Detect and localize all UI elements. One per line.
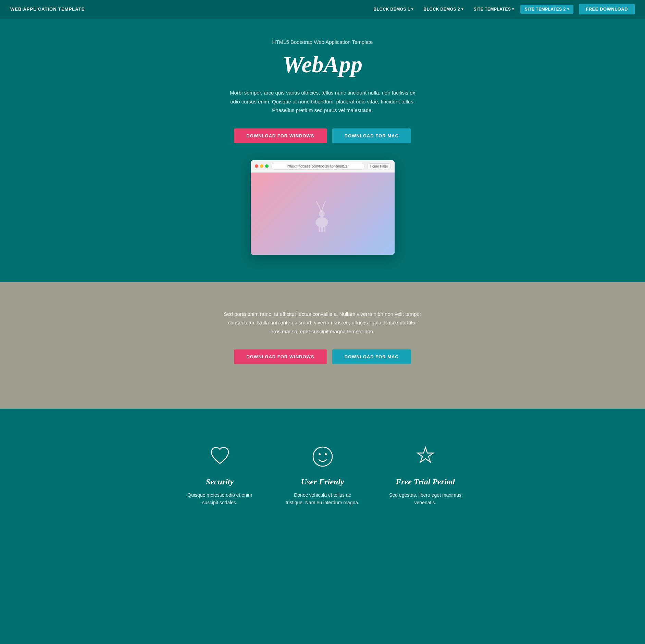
feature-security: Security Quisque molestie odio et enim s… (182, 443, 258, 507)
browser-dot-green (265, 164, 269, 168)
chevron-down-icon: ▾ (461, 7, 463, 11)
svg-rect-3 (321, 226, 323, 232)
feature-security-desc: Quisque molestie odio et enim suscipit s… (182, 491, 258, 507)
browser-dot-red (255, 164, 258, 168)
star-icon (413, 445, 437, 469)
heart-icon (208, 445, 232, 469)
chevron-down-icon: ▾ (567, 7, 569, 11)
gray-buttons: DOWNLOAD FOR WINDOWS DOWNLOAD FOR MAC (7, 349, 638, 364)
gray-section: Sed porta enim nunc, at efficitur lectus… (0, 282, 645, 409)
deer-illustration (306, 193, 340, 234)
svg-point-6 (319, 453, 321, 455)
feature-free-trial-desc: Sed egestas, libero eget maximus venenat… (388, 491, 463, 507)
features-grid: Security Quisque molestie odio et enim s… (7, 443, 638, 507)
smile-icon (311, 445, 335, 469)
nav-block-demos-1[interactable]: BLOCK DEMOS 1 ▾ (370, 5, 418, 14)
svg-rect-4 (324, 226, 325, 232)
feature-user-friendly: User Frienly Donec vehicula et tellus ac… (285, 443, 360, 507)
nav-site-templates-2[interactable]: SITE TEMPLATES 2 ▾ (520, 5, 573, 14)
svg-rect-2 (319, 226, 320, 232)
gray-download-mac-button[interactable]: DOWNLOAD FOR MAC (332, 349, 411, 364)
browser-mockup: https://mobirise.com/bootstrap-template/… (251, 160, 395, 255)
navbar-brand: WEB APPLICATION TEMPLATE (10, 7, 85, 12)
feature-user-friendly-title: User Frienly (285, 477, 360, 486)
svg-point-1 (315, 217, 328, 227)
feature-free-trial-icon (412, 443, 439, 470)
feature-user-friendly-icon (309, 443, 336, 470)
free-download-button[interactable]: FREE DOWNLOAD (579, 4, 635, 14)
hero-section: HTML5 Bootstrap Web Application Template… (0, 18, 645, 282)
hero-download-windows-button[interactable]: DOWNLOAD FOR WINDOWS (234, 128, 326, 143)
browser-content (251, 173, 395, 255)
chevron-down-icon: ▾ (411, 7, 413, 11)
feature-free-trial-title: Free Trial Period (388, 477, 463, 486)
svg-point-5 (313, 447, 332, 466)
browser-dots (255, 164, 269, 168)
hero-buttons: DOWNLOAD FOR WINDOWS DOWNLOAD FOR MAC (7, 128, 638, 143)
hero-title: WebApp (7, 51, 638, 78)
feature-free-trial: Free Trial Period Sed egestas, libero eg… (388, 443, 463, 507)
feature-user-friendly-desc: Donec vehicula et tellus ac tristique. N… (285, 491, 360, 507)
chevron-down-icon: ▾ (512, 7, 514, 11)
svg-point-7 (325, 453, 327, 455)
browser-bar: https://mobirise.com/bootstrap-template/… (251, 160, 395, 173)
navbar-right: BLOCK DEMOS 1 ▾ BLOCK DEMOS 2 ▾ SITE TEM… (370, 4, 635, 14)
feature-security-title: Security (182, 477, 258, 486)
hero-subtitle: HTML5 Bootstrap Web Application Template (7, 39, 638, 45)
gray-download-windows-button[interactable]: DOWNLOAD FOR WINDOWS (234, 349, 326, 364)
feature-security-icon (206, 443, 234, 470)
nav-block-demos-2[interactable]: BLOCK DEMOS 2 ▾ (420, 5, 468, 14)
gray-description: Sed porta enim nunc, at efficitur lectus… (223, 310, 422, 336)
browser-dot-yellow (260, 164, 263, 168)
browser-url: https://mobirise.com/bootstrap-template/ (271, 163, 365, 170)
features-section: Security Quisque molestie odio et enim s… (0, 409, 645, 541)
hero-description: Morbi semper, arcu quis varius ultricies… (227, 88, 419, 115)
browser-home: Home Page (368, 163, 390, 169)
nav-site-templates[interactable]: SITE TEMPLATES ▾ (470, 5, 518, 14)
navbar: WEB APPLICATION TEMPLATE BLOCK DEMOS 1 ▾… (0, 0, 645, 18)
svg-point-0 (319, 210, 325, 217)
hero-download-mac-button[interactable]: DOWNLOAD FOR MAC (332, 128, 411, 143)
